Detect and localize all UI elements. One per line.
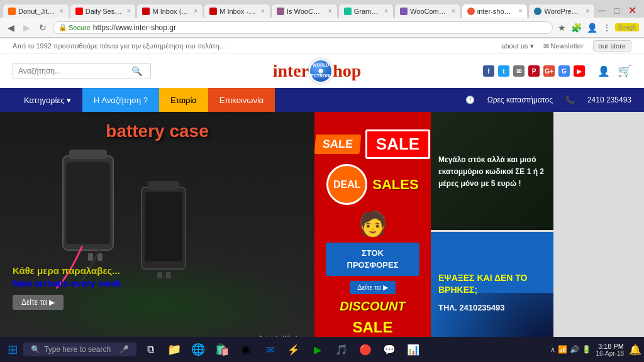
nav-categories[interactable]: Κατηγορίες ▾ [13, 88, 82, 112]
user-icon[interactable]: 👤 [597, 65, 610, 77]
main-content: battery case Κάθε μερα παραλαβες... New … [0, 112, 644, 354]
browser-actions: ★ 🧩 👤 ⋮ Snaglt [557, 21, 639, 34]
tab-donut[interactable]: Donut_Jitende... × [3, 4, 69, 18]
right-banner-top[interactable]: Μεγάλο στόκ αλλά και μισό εκατομμύριο κω… [431, 112, 553, 230]
store-app[interactable]: 🛍️ [211, 338, 233, 361]
taskbar-apps: ⧉ 📁 🌐 🛍️ ◉ ✉ ⚡ ▶ 🎵 🔴 💬 📊 [139, 338, 425, 361]
svg-rect-6 [148, 181, 179, 190]
start-button[interactable]: ⊞ [3, 339, 23, 359]
app-9[interactable]: 🎵 [330, 338, 353, 361]
social-icons: f t ✉ P G+ G ▶ [483, 65, 585, 77]
mail-app[interactable]: ✉ [258, 338, 281, 361]
hours-icon: 🕐 [465, 96, 475, 104]
sale-badge-2: SALE [365, 129, 430, 159]
clock-date: 16-Apr-18 [596, 350, 624, 357]
notification-button[interactable]: 🔔 [629, 344, 641, 356]
phone-icon: 📞 [565, 96, 575, 104]
logo-globe: WORLD⬤ELECTRONICS [309, 59, 333, 83]
app-8[interactable]: ▶ [306, 338, 329, 361]
taskbar-search[interactable]: 🔍 Type here to search 🎤 [23, 343, 136, 356]
taskbar-right: ∧ 📶 🔊 🔋 3:18 PM 16-Apr-18 🔔 [550, 343, 641, 357]
search-input[interactable] [18, 67, 131, 75]
envelope-icon: ✉ [543, 42, 549, 50]
newsletter-link[interactable]: ✉ Newsletter [543, 42, 584, 50]
url-text: https://www.inter-shop.gr [93, 23, 547, 32]
right-top-text: Μεγάλο στόκ αλλά και μισό εκατομμύριο κω… [438, 153, 546, 189]
tray-expand[interactable]: ∧ [550, 346, 555, 354]
tab-inbox2[interactable]: M Inbox - work@... × [204, 4, 270, 18]
website: Από το 1992 προσπαθούμε πάντα για την εξ… [0, 38, 644, 354]
twitter-icon[interactable]: t [498, 65, 509, 77]
forward-button[interactable]: ▶ [21, 21, 33, 34]
tab-woo2[interactable]: WooCommerc... × [394, 4, 461, 18]
app-7[interactable]: ⚡ [282, 338, 305, 361]
right-banner-bottom[interactable]: ΕΨΑΞΕΣ ΚΑΙ ΔΕΝ ΤΟ ΒΡΗΚΕΣ; ΤΗΛ. 241023549… [431, 232, 553, 354]
taskbar-search-icon: 🔍 [31, 345, 40, 354]
tab-inbox1[interactable]: M Inbox (15,827)... × [136, 4, 203, 18]
tab-grammarly[interactable]: Grammarly × [338, 4, 394, 18]
see-offers-button[interactable]: Δείτε τα ▶ [350, 281, 396, 294]
cart-icon[interactable]: 🛒 [618, 64, 631, 78]
facebook-icon[interactable]: f [483, 65, 494, 77]
nav-contact[interactable]: Επικοινωνία [208, 88, 275, 112]
svg-rect-8 [157, 272, 162, 278]
logo-area: inter WORLD⬤ELECTRONICS hop [164, 59, 470, 83]
google-icon[interactable]: G [558, 65, 570, 77]
youtube-icon[interactable]: ▶ [574, 65, 585, 77]
nav-hours[interactable]: Ωρες καταστήματος [487, 96, 553, 104]
tab-woo1[interactable]: Is WooCommerc... × [271, 4, 338, 18]
address-bar[interactable]: 🔒 Secure https://www.inter-shop.gr [53, 21, 553, 34]
taskview-button[interactable]: ⧉ [139, 338, 162, 361]
email-icon[interactable]: ✉ [513, 65, 525, 77]
logo[interactable]: inter WORLD⬤ELECTRONICS hop [273, 59, 362, 83]
back-button[interactable]: ◀ [5, 21, 17, 34]
maximize-button[interactable]: □ [612, 4, 622, 17]
tab-daily[interactable]: Daily Session... × [70, 4, 136, 18]
profile-button[interactable]: 👤 [586, 21, 599, 34]
nav-right: 🕐 Ωρες καταστήματος 📞 2410 235493 [465, 96, 631, 104]
utility-right: about us ▾ ✉ Newsletter our store [501, 40, 631, 52]
reload-button[interactable]: ↻ [36, 21, 49, 34]
pinterest-icon[interactable]: P [528, 65, 540, 77]
sale-badge-1: SALE [314, 134, 361, 154]
menu-button[interactable]: ⋮ [601, 21, 613, 34]
app-12[interactable]: 📊 [402, 338, 425, 361]
edge-app[interactable]: 🌐 [187, 338, 209, 361]
logo-text-inter: inter [273, 61, 309, 81]
nav-company[interactable]: Εταιρία [159, 88, 208, 112]
tab-wordpress[interactable]: WordPress Th... × [528, 4, 595, 18]
sales-text: SALES [372, 177, 418, 193]
chrome-app[interactable]: ◉ [235, 338, 257, 361]
our-store-button[interactable]: our store [593, 40, 631, 52]
close-button[interactable]: ✕ [626, 3, 639, 18]
speaker-icon: 🔊 [570, 345, 579, 354]
browser-chrome: Donut_Jitende... × Daily Session... × M … [0, 0, 644, 38]
banner-text-area: Κάθε μερα παραλαβες... New arrivals ever… [13, 265, 121, 310]
utility-text: Από το 1992 προσπαθούμε πάντα για την εξ… [13, 42, 225, 50]
battery-device-2 [132, 175, 214, 313]
see-more-button[interactable]: Δείτε τα ▶ [13, 295, 64, 310]
nav-bar: Κατηγορίες ▾ Η Αναζήτηση ? Εταιρία Επικο… [0, 88, 644, 112]
nav-search[interactable]: Η Αναζήτηση ? [82, 88, 159, 112]
clock-time: 3:18 PM [596, 343, 624, 350]
right-banners: Μεγάλο στόκ αλλά και μισό εκατομμύριο κω… [431, 112, 553, 354]
bookmark-button[interactable]: ★ [557, 21, 567, 34]
svg-rect-1 [69, 150, 107, 159]
browser-toolbar: ◀ ▶ ↻ 🔒 Secure https://www.inter-shop.gr… [0, 18, 644, 38]
googleplus-icon[interactable]: G+ [543, 65, 555, 77]
banner-title: battery case [0, 121, 314, 141]
search-icon[interactable]: 🔍 [131, 66, 142, 76]
app-10[interactable]: 🔴 [354, 338, 377, 361]
sale-bottom: SALE [352, 319, 392, 336]
tab-intershop[interactable]: inter-shop Lar... × [462, 4, 528, 18]
skype-app[interactable]: 💬 [378, 338, 401, 361]
svg-rect-7 [145, 192, 182, 261]
search-box[interactable]: 🔍 [13, 63, 151, 79]
minimize-button[interactable]: ─ [596, 4, 608, 18]
extensions-button[interactable]: 🧩 [570, 21, 583, 34]
file-explorer-app[interactable]: 📁 [163, 338, 186, 361]
svg-rect-2 [66, 162, 110, 244]
network-icon: 📶 [558, 345, 567, 354]
about-us-link[interactable]: about us ▾ [501, 42, 533, 50]
clock-area[interactable]: 3:18 PM 16-Apr-18 [596, 343, 624, 357]
